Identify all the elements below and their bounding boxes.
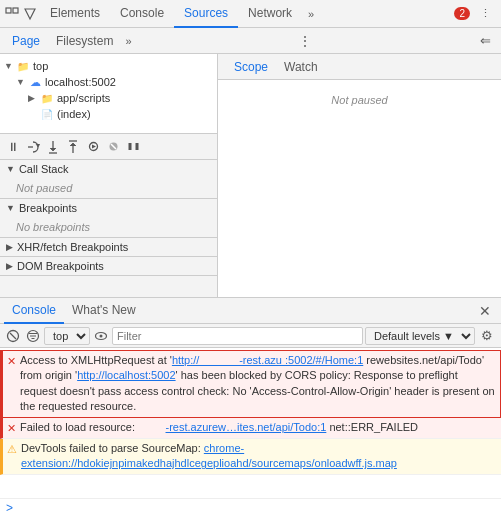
tree-label-index: (index) (57, 108, 91, 120)
url-link-4[interactable]: chrome-extension://hdokiejnpimakedhajhdl… (21, 442, 397, 469)
console-tab-console[interactable]: Console (4, 298, 64, 324)
console-prompt: > (6, 501, 13, 515)
console-toolbar: top Default levels ▼ ⚙ (0, 324, 501, 348)
svg-rect-12 (128, 143, 131, 150)
tree-item-appscripts[interactable]: ▶ 📁 app/scripts (0, 90, 217, 106)
breakpoints-label: Breakpoints (19, 202, 77, 214)
tab-elements[interactable]: Elements (40, 0, 110, 28)
svg-marker-9 (92, 145, 96, 149)
warning-icon-1: ⚠ (7, 442, 17, 457)
svg-rect-13 (135, 143, 138, 150)
tree-item-top[interactable]: ▼ 📁 top (0, 58, 217, 74)
watch-tab[interactable]: Watch (276, 57, 326, 77)
console-tab-whats-new[interactable]: What's New (64, 298, 144, 324)
nav-icon[interactable]: ⇐ (474, 31, 497, 50)
step-btn[interactable] (84, 138, 102, 156)
console-input-row: > (0, 498, 501, 517)
dom-breakpoints-label: DOM Breakpoints (17, 260, 104, 272)
tree-label-localhost: localhost:5002 (45, 76, 116, 88)
call-stack-arrow: ▼ (6, 164, 15, 174)
console-gear-btn[interactable]: ⚙ (477, 326, 497, 345)
console-msg-text-1: Access to XMLHttpRequest at 'http:// -re… (20, 353, 496, 415)
folder-icon-top: 📁 (16, 59, 30, 73)
sub-tab-more[interactable]: » (121, 32, 135, 50)
step-into-btn[interactable] (44, 138, 62, 156)
scope-watch-tabs: Scope Watch (218, 54, 501, 80)
svg-point-21 (100, 334, 103, 337)
sub-tab-page[interactable]: Page (4, 31, 48, 51)
sources-main: ▼ 📁 top ▼ ☁ localhost:5002 ▶ 📁 app/scrip… (0, 54, 501, 297)
tab-sources[interactable]: Sources (174, 0, 238, 28)
dom-arrow: ▶ (6, 261, 13, 271)
console-msg-text-3: DevTools failed to parse SourceMap: chro… (21, 441, 497, 472)
console-close-btn[interactable]: ✕ (473, 301, 497, 321)
xhr-arrow: ▶ (6, 242, 13, 252)
call-stack-section: ▼ Call Stack Not paused (0, 160, 217, 199)
tree-item-localhost[interactable]: ▼ ☁ localhost:5002 (0, 74, 217, 90)
resume-btn[interactable] (124, 138, 142, 156)
console-msg-sourcemap-warning: ⚠ DevTools failed to parse SourceMap: ch… (0, 439, 501, 475)
console-msg-text-2: Failed to load resource: -rest.azurew…it… (20, 420, 497, 435)
error-badge: 2 (454, 7, 470, 20)
log-levels-select[interactable]: Default levels ▼ (365, 327, 475, 345)
breakpoints-arrow: ▼ (6, 203, 15, 213)
xhr-breakpoints-label: XHR/fetch Breakpoints (17, 241, 128, 253)
cloud-icon-localhost: ☁ (28, 75, 42, 89)
url-link-3[interactable]: -rest.azurew…ites.net/api/Todo:1 (166, 421, 327, 433)
sub-tab-dots[interactable]: ⋮ (292, 30, 318, 52)
xhr-breakpoints-section: ▶ XHR/fetch Breakpoints (0, 238, 217, 257)
scope-not-paused-area: Not paused (218, 80, 501, 106)
breakpoints-btn[interactable] (104, 138, 122, 156)
sub-tab-filesystem[interactable]: Filesystem (48, 31, 121, 51)
console-msg-cors-error: ✕ Access to XMLHttpRequest at 'http:// -… (0, 350, 501, 418)
tab-more[interactable]: » (302, 4, 320, 24)
svg-line-15 (10, 333, 16, 339)
pause-btn[interactable]: ⏸ (4, 138, 22, 156)
sources-layout: Page Filesystem » ⋮ ⇐ ▼ 📁 top ▼ ☁ lo (0, 28, 501, 517)
tree-arrow-appscripts: ▶ (28, 93, 40, 103)
step-out-btn[interactable] (64, 138, 82, 156)
xhr-breakpoints-header[interactable]: ▶ XHR/fetch Breakpoints (0, 238, 217, 256)
console-context-select[interactable]: top (44, 327, 90, 345)
console-tabs: Console What's New ✕ (0, 298, 501, 324)
tab-network[interactable]: Network (238, 0, 302, 28)
call-stack-label: Call Stack (19, 163, 69, 175)
tree-label-top: top (33, 60, 48, 72)
console-panel: Console What's New ✕ top Default levels … (0, 297, 501, 517)
devtools-menu-dots[interactable]: ⋮ (474, 3, 497, 24)
filter-toggle-btn[interactable] (24, 327, 42, 345)
svg-rect-0 (6, 8, 11, 13)
devtools-icon-2 (22, 6, 38, 22)
filter-input[interactable] (112, 327, 363, 345)
url-link-2[interactable]: http://localhost:5002 (77, 369, 175, 381)
scope-tab[interactable]: Scope (226, 57, 276, 77)
tree-label-appscripts: app/scripts (57, 92, 110, 104)
url-link-1[interactable]: http:// -rest.azu :5002/#/Home:1 (172, 354, 363, 366)
tree-arrow-top: ▼ (4, 61, 16, 71)
file-tree: ▼ 📁 top ▼ ☁ localhost:5002 ▶ 📁 app/scrip… (0, 54, 217, 134)
left-panel: ▼ 📁 top ▼ ☁ localhost:5002 ▶ 📁 app/scrip… (0, 54, 218, 297)
svg-rect-1 (13, 8, 18, 13)
debugger-controls: ⏸ (0, 134, 217, 160)
file-icon-index: 📄 (40, 107, 54, 121)
tab-console[interactable]: Console (110, 0, 174, 28)
step-over-btn[interactable] (24, 138, 42, 156)
call-stack-header[interactable]: ▼ Call Stack (0, 160, 217, 178)
not-paused-text: Not paused (331, 94, 387, 106)
tree-item-index[interactable]: 📄 (index) (0, 106, 217, 122)
dom-breakpoints-header[interactable]: ▶ DOM Breakpoints (0, 257, 217, 275)
console-msg-load-error: ✕ Failed to load resource: -rest.azurew…… (0, 418, 501, 439)
right-panel: Scope Watch Not paused (218, 54, 501, 297)
eye-icon[interactable] (92, 327, 110, 345)
dom-breakpoints-section: ▶ DOM Breakpoints (0, 257, 217, 276)
svg-marker-2 (25, 9, 35, 19)
error-icon-2: ✕ (7, 421, 16, 436)
breakpoints-content: No breakpoints (0, 217, 217, 237)
call-stack-content: Not paused (0, 178, 217, 198)
tree-arrow-localhost: ▼ (16, 77, 28, 87)
sources-sub-tabs: Page Filesystem » ⋮ ⇐ (0, 28, 501, 54)
console-input[interactable] (19, 502, 495, 514)
devtools-icon-1 (4, 6, 20, 22)
breakpoints-header[interactable]: ▼ Breakpoints (0, 199, 217, 217)
clear-console-btn[interactable] (4, 327, 22, 345)
